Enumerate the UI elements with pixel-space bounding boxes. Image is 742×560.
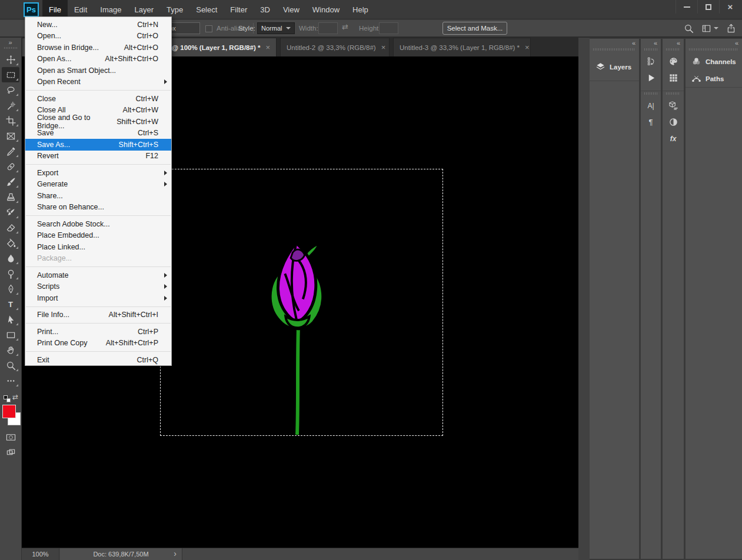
actions-play-panel-button[interactable] (641, 69, 661, 86)
menu-item-search-adobe-stock[interactable]: Search Adobe Stock... (25, 218, 171, 230)
anti-alias-checkbox[interactable] (205, 25, 212, 32)
tab-paths[interactable]: Paths (686, 70, 742, 87)
toolbar-collapse[interactable]: » (0, 38, 21, 46)
styles-fx-panel-button[interactable]: fx (663, 130, 684, 146)
menu-item-export[interactable]: Export (25, 167, 171, 179)
maximize-button[interactable] (697, 0, 719, 14)
menu-item-automate[interactable]: Automate (25, 269, 171, 281)
rectangular-marquee-tool[interactable] (2, 67, 19, 82)
menu-item-share-on-behance[interactable]: Share on Behance... (25, 202, 171, 214)
type-tool[interactable]: T (2, 296, 19, 312)
menubar-window[interactable]: Window (306, 0, 346, 19)
document-info[interactable]: Doc: 639,8K/7,50M › (60, 548, 182, 560)
tab-layers[interactable]: Layers (590, 53, 639, 81)
blur-tool[interactable] (2, 251, 19, 266)
style-select[interactable]: Normal (257, 22, 295, 34)
tab-close-icon[interactable]: × (381, 43, 386, 52)
panel-gripper[interactable] (593, 48, 635, 51)
menu-item-close-and-go-to-bridge[interactable]: Close and Go to Bridge...Shift+Ctrl+W (25, 116, 171, 128)
menu-item-open[interactable]: Open...Ctrl+O (25, 31, 171, 42)
menu-item-save-as[interactable]: Save As...Shift+Ctrl+S (25, 139, 171, 151)
menu-item-close[interactable]: CloseCtrl+W (25, 93, 171, 105)
collapse-panel-icon[interactable]: « (641, 39, 661, 47)
panel-gripper[interactable] (644, 48, 657, 51)
zoom-level[interactable]: 100% (22, 548, 59, 560)
zoom-tool[interactable] (2, 358, 19, 373)
history-brush-tool[interactable] (2, 205, 19, 220)
path-selection-tool[interactable] (2, 312, 19, 327)
document-tab-2[interactable]: Untitled-2 @ 33,3% (RGB/8#)× (280, 38, 390, 56)
eraser-tool[interactable] (2, 220, 19, 235)
menu-item-open-as[interactable]: Open As...Alt+Shift+Ctrl+O (25, 54, 171, 65)
swatches-panel-button[interactable] (663, 69, 684, 86)
default-colors-icon[interactable] (4, 395, 12, 403)
clone-stamp-tool[interactable] (2, 189, 19, 205)
history-panel-button[interactable] (641, 53, 661, 69)
minimize-button[interactable] (676, 0, 697, 14)
menu-item-share[interactable]: Share... (25, 190, 171, 202)
frame-tool[interactable] (2, 128, 19, 144)
panel-gripper[interactable] (644, 92, 657, 95)
rectangle-shape-tool[interactable] (2, 327, 19, 342)
character-panel-button[interactable]: A| (641, 97, 661, 114)
swap-dimensions-icon[interactable]: ⇄ (342, 22, 348, 31)
close-button[interactable]: × (719, 0, 741, 14)
paint-bucket-tool[interactable] (2, 235, 19, 251)
lasso-tool[interactable] (2, 82, 19, 98)
brush-tool[interactable] (2, 174, 19, 189)
menubar-select[interactable]: Select (189, 0, 224, 19)
panel-gripper[interactable] (689, 48, 738, 51)
screen-mode-icon[interactable] (6, 448, 16, 458)
menu-item-exit[interactable]: ExitCtrl+Q (25, 354, 171, 366)
pen-tool[interactable] (2, 281, 19, 296)
collapse-panel-icon[interactable]: « (663, 39, 684, 47)
foreground-color-swatch[interactable] (2, 405, 16, 418)
menu-item-browse-in-bridge[interactable]: Browse in Bridge...Alt+Ctrl+O (25, 42, 171, 54)
menubar-view[interactable]: View (277, 0, 306, 19)
menu-item-place-linked[interactable]: Place Linked... (25, 241, 171, 253)
tab-close-icon[interactable]: × (525, 43, 530, 52)
workspace-switcher[interactable] (701, 24, 718, 34)
menubar-help[interactable]: Help (346, 0, 375, 19)
adjustments-panel-button[interactable] (663, 114, 684, 130)
panel-gripper[interactable] (666, 48, 680, 51)
menu-item-scripts[interactable]: Scripts (25, 281, 171, 293)
select-and-mask-button[interactable]: Select and Mask... (442, 22, 507, 35)
tab-channels[interactable]: Channels (686, 53, 742, 70)
chevron-right-icon[interactable]: › (174, 549, 177, 558)
edit-toolbar-tool[interactable] (2, 373, 19, 388)
hand-tool[interactable] (2, 342, 19, 358)
search-icon[interactable] (684, 24, 694, 34)
menu-item-generate[interactable]: Generate (25, 179, 171, 191)
toolbar-gripper[interactable] (4, 47, 17, 49)
height-input[interactable] (379, 22, 398, 34)
menubar-filter[interactable]: Filter (224, 0, 254, 19)
panel-gripper[interactable] (666, 92, 680, 95)
paragraph-panel-button[interactable]: ¶ (641, 114, 661, 130)
dodge-tool[interactable] (2, 266, 19, 281)
share-icon[interactable] (726, 24, 736, 34)
eyedropper-tool[interactable] (2, 144, 19, 159)
swap-colors-icon[interactable]: ⇄ (12, 393, 18, 401)
collapse-panel-icon[interactable]: « (686, 39, 742, 47)
document-tab-3[interactable]: Untitled-3 @ 33,3% (Layer 1, RGB/8#) *× (393, 38, 531, 56)
tab-close-icon[interactable]: × (265, 43, 270, 52)
menu-item-file-info[interactable]: File Info...Alt+Shift+Ctrl+I (25, 309, 171, 321)
menu-item-print[interactable]: Print...Ctrl+P (25, 326, 171, 338)
libraries-panel-button[interactable] (663, 97, 684, 114)
menu-item-open-recent[interactable]: Open Recent (25, 76, 171, 88)
menu-item-new[interactable]: New...Ctrl+N (25, 19, 171, 31)
width-input[interactable] (318, 22, 338, 34)
collapse-panel-icon[interactable]: « (590, 39, 639, 47)
spot-healing-tool[interactable] (2, 159, 19, 174)
menu-item-print-one-copy[interactable]: Print One CopyAlt+Shift+Ctrl+P (25, 338, 171, 349)
menubar-3d[interactable]: 3D (254, 0, 277, 19)
color-panel-button[interactable] (663, 53, 684, 69)
menu-item-revert[interactable]: RevertF12 (25, 151, 171, 162)
menu-item-place-embedded[interactable]: Place Embedded... (25, 230, 171, 242)
quick-mask-icon[interactable] (6, 432, 16, 442)
crop-tool[interactable] (2, 113, 19, 128)
menu-item-save[interactable]: SaveCtrl+S (25, 128, 171, 139)
magic-wand-tool[interactable] (2, 98, 19, 113)
menu-item-open-as-smart-object[interactable]: Open as Smart Object... (25, 65, 171, 76)
